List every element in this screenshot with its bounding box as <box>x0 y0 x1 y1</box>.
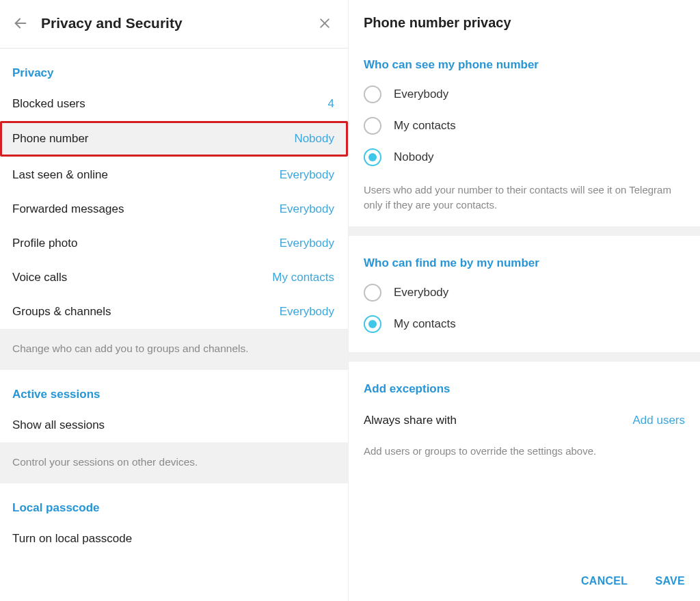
radio-label: Everybody <box>394 286 448 299</box>
detail-title: Phone number privacy <box>349 0 700 38</box>
row-value: 4 <box>328 96 334 111</box>
footer-actions: CANCEL SAVE <box>581 575 685 587</box>
radio-label: Nobody <box>394 150 434 164</box>
row-label: Last seen & online <box>12 168 108 183</box>
settings-left-panel: Privacy and Security Privacy Blocked use… <box>0 0 349 601</box>
row-value: Everybody <box>280 236 334 251</box>
radio-icon <box>364 148 381 166</box>
add-users-link[interactable]: Add users <box>632 414 685 427</box>
radio-find-everybody[interactable]: Everybody <box>349 277 700 308</box>
radio-icon <box>364 315 381 333</box>
section-header-sessions: Active sessions <box>0 370 348 408</box>
see-section-title: Who can see my phone number <box>349 38 700 79</box>
row-label: Blocked users <box>12 96 85 111</box>
radio-see-nobody[interactable]: Nobody <box>349 142 700 173</box>
row-profile-photo[interactable]: Profile photo Everybody <box>0 226 348 261</box>
row-phone-number[interactable]: Phone number Nobody <box>0 121 348 157</box>
row-label: Phone number <box>12 131 89 146</box>
row-label: Forwarded messages <box>12 202 124 217</box>
exceptions-title: Add exceptions <box>349 362 700 403</box>
left-header: Privacy and Security <box>0 0 348 49</box>
arrow-left-icon <box>13 16 28 31</box>
row-label: Groups & channels <box>12 304 111 319</box>
radio-see-everybody[interactable]: Everybody <box>349 79 700 110</box>
row-forwarded-messages[interactable]: Forwarded messages Everybody <box>0 192 348 226</box>
privacy-hint: Change who can add you to groups and cha… <box>0 329 348 370</box>
radio-find-my-contacts[interactable]: My contacts <box>349 308 700 340</box>
section-header-passcode: Local passcode <box>0 483 348 522</box>
exceptions-hint: Add users or groups to override the sett… <box>349 434 700 472</box>
sessions-hint: Control your sessions on other devices. <box>0 442 348 483</box>
row-value: Everybody <box>280 168 334 183</box>
row-last-seen[interactable]: Last seen & online Everybody <box>0 158 348 192</box>
row-blocked-users[interactable]: Blocked users 4 <box>0 87 348 121</box>
row-label: Voice calls <box>12 270 67 285</box>
close-button[interactable] <box>315 14 334 33</box>
cancel-button[interactable]: CANCEL <box>581 575 628 587</box>
back-button[interactable] <box>11 14 30 33</box>
radio-icon <box>364 85 381 103</box>
section-divider <box>349 352 700 362</box>
row-value: Everybody <box>280 202 334 217</box>
section-header-privacy: Privacy <box>0 49 348 87</box>
radio-see-my-contacts[interactable]: My contacts <box>349 110 700 142</box>
row-turn-on-passcode[interactable]: Turn on local passcode <box>0 522 348 556</box>
row-show-all-sessions[interactable]: Show all sessions <box>0 408 348 442</box>
row-value: Nobody <box>294 131 334 146</box>
radio-icon <box>364 284 381 302</box>
exception-row-always-share[interactable]: Always share with Add users <box>349 403 700 434</box>
row-groups-channels[interactable]: Groups & channels Everybody <box>0 295 348 329</box>
row-voice-calls[interactable]: Voice calls My contacts <box>0 261 348 295</box>
row-label: Turn on local passcode <box>12 531 132 546</box>
row-label: Profile photo <box>12 236 77 251</box>
detail-right-panel: Phone number privacy Who can see my phon… <box>349 0 700 601</box>
save-button[interactable]: SAVE <box>655 575 685 587</box>
exception-label: Always share with <box>364 414 457 427</box>
find-section-title: Who can find me by my number <box>349 236 700 277</box>
page-title: Privacy and Security <box>41 15 315 31</box>
row-value: Everybody <box>280 304 334 319</box>
radio-label: My contacts <box>394 119 456 133</box>
row-label: Show all sessions <box>12 418 105 433</box>
section-divider <box>349 226 700 236</box>
row-value: My contacts <box>272 270 334 285</box>
close-icon <box>318 16 332 30</box>
radio-label: My contacts <box>394 317 456 331</box>
radio-icon <box>364 117 381 135</box>
see-hint: Users who add your number to their conta… <box>349 173 700 226</box>
radio-label: Everybody <box>394 88 448 101</box>
